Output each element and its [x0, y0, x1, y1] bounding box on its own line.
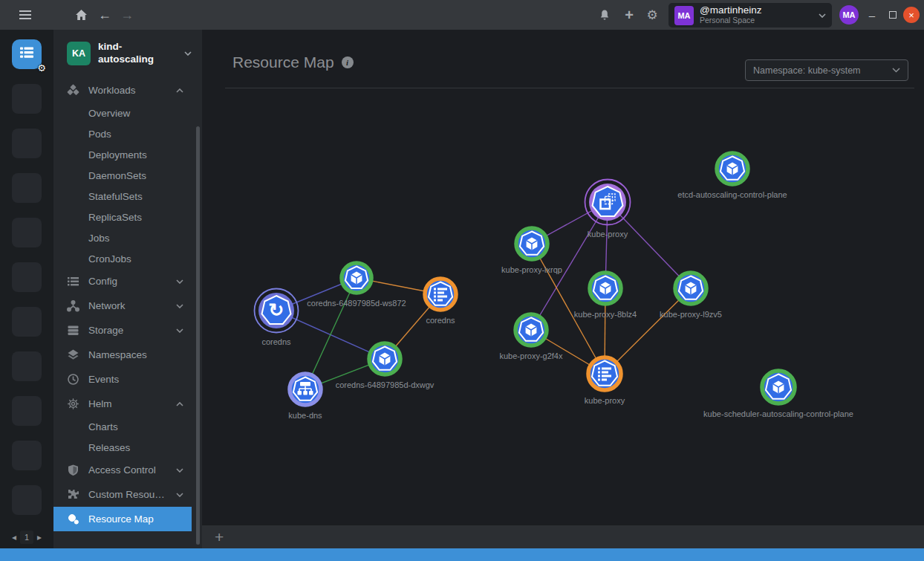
dock-add-tab-button[interactable]: + — [215, 528, 224, 546]
account-subtitle: Personal Space — [700, 16, 813, 25]
sidebar-item-custom-resou[interactable]: Custom Resou… — [53, 482, 192, 507]
map-node-kube-dns-svc[interactable] — [287, 372, 323, 410]
map-node-coredns-deploy[interactable]: ↻ — [253, 288, 299, 337]
hotbar-pager: ◂ 1 ▸ — [0, 531, 53, 544]
sidebar-item-label: Overview — [88, 108, 184, 119]
hotbar-placeholder[interactable] — [12, 441, 42, 470]
cluster-switcher[interactable]: KA kind-autoscaling — [53, 30, 202, 77]
sidebar-item-replicasets[interactable]: ReplicaSets — [53, 207, 192, 227]
catalog-settings-gear-icon[interactable]: ⚙ — [37, 62, 46, 74]
map-node-kube-proxy-pod-8blz4[interactable] — [588, 270, 623, 309]
hotbar-placeholder[interactable] — [12, 307, 42, 337]
chevron-down-icon — [819, 13, 826, 18]
map-node-label: kube-proxy-l9zv5 — [602, 310, 780, 319]
chevron-down-icon — [175, 304, 184, 308]
chevron-down-icon — [175, 328, 184, 333]
sidebar-item-namespaces[interactable]: Namespaces — [53, 343, 192, 367]
sidebar-item-workloads[interactable]: Workloads — [53, 78, 192, 103]
sidebar-item-label: Charts — [88, 421, 184, 432]
hotbar-placeholder[interactable] — [12, 129, 42, 158]
sidebar-item-label: DaemonSets — [88, 170, 184, 181]
map-node-label: kube-proxy — [515, 396, 694, 405]
chevron-down-icon — [175, 493, 184, 497]
sidebar-item-daemonsets[interactable]: DaemonSets — [53, 165, 192, 186]
sidebar-item-label: CronJobs — [88, 253, 184, 265]
storage-icon — [67, 324, 79, 337]
sidebar-item-storage[interactable]: Storage — [53, 318, 192, 343]
sidebar-item-label: Workloads — [88, 85, 166, 96]
sidebar-item-releases[interactable]: Releases — [53, 437, 192, 458]
hotbar: ⚙ ◂ 1 ▸ — [0, 30, 53, 548]
sidebar-item-label: Config — [88, 276, 166, 287]
settings-gear-icon[interactable]: ⚙ — [643, 0, 661, 30]
sidebar-item-statefulsets[interactable]: StatefulSets — [53, 186, 192, 207]
window-minimize-button[interactable]: – — [865, 0, 879, 30]
hotbar-placeholder[interactable] — [12, 218, 42, 247]
map-node-kube-proxy-pod-l9zv5[interactable] — [673, 270, 709, 309]
sidebar-item-label: Storage — [88, 325, 166, 336]
window-maximize-button[interactable] — [885, 0, 900, 30]
pager-next-icon[interactable]: ▸ — [37, 532, 42, 542]
sidebar-item-jobs[interactable]: Jobs — [53, 227, 192, 248]
sidebar-scrollbar[interactable] — [196, 126, 200, 545]
sidebar-item-resource-map[interactable]: Resource Map — [53, 507, 192, 531]
main-content: Resource Map i Namespace: kube-system ↻c… — [202, 30, 924, 525]
map-node-coredns-pod-dxwgv[interactable] — [367, 341, 403, 380]
cluster-badge: KA — [67, 42, 91, 65]
resource-map-icon — [67, 513, 79, 525]
workloads-icon — [67, 84, 79, 97]
forward-arrow-icon[interactable]: → — [119, 0, 135, 30]
sidebar-item-cronjobs[interactable]: CronJobs — [53, 248, 192, 269]
sidebar-item-label: Helm — [88, 398, 166, 409]
sidebar-item-deployments[interactable]: Deployments — [53, 144, 192, 165]
map-node-label: kube-proxy-lxrqp — [443, 265, 621, 274]
sidebar-item-label: Releases — [88, 442, 184, 453]
map-node-etcd-pod[interactable] — [715, 151, 750, 189]
catalog-icon — [19, 46, 34, 62]
sidebar-item-label: Access Control — [88, 464, 166, 476]
hotbar-item-catalog[interactable]: ⚙ — [12, 39, 42, 69]
cluster-name: kind-autoscaling — [98, 41, 177, 66]
map-node-label: etcd-autoscaling-control-plane — [643, 190, 821, 199]
pager-prev-icon[interactable]: ◂ — [12, 532, 16, 542]
sidebar-item-label: ReplicaSets — [88, 212, 184, 223]
map-node-label: coredns-64897985d-dxwgv — [296, 380, 474, 389]
hotbar-placeholder[interactable] — [12, 84, 42, 114]
map-node-kube-proxy-cm[interactable] — [586, 355, 623, 395]
chevron-up-icon — [175, 88, 184, 93]
chevron-down-icon — [175, 279, 184, 284]
map-node-coredns-cm[interactable] — [423, 276, 458, 315]
namespace-select[interactable]: Namespace: kube-system — [745, 59, 908, 81]
add-icon[interactable]: + — [621, 0, 637, 30]
pager-page-number: 1 — [20, 531, 33, 544]
sidebar-item-config[interactable]: Config — [53, 269, 192, 294]
hotbar-placeholder[interactable] — [12, 485, 42, 515]
sidebar-item-helm[interactable]: Helm — [53, 392, 192, 416]
sidebar-item-pods[interactable]: Pods — [53, 123, 192, 144]
back-arrow-icon[interactable]: ← — [97, 0, 113, 30]
account-switcher[interactable]: MA @martinheinz Personal Space — [668, 3, 832, 27]
helm-wheel-icon — [67, 398, 79, 410]
hotbar-placeholder[interactable] — [12, 173, 42, 203]
account-info: @martinheinz Personal Space — [700, 5, 813, 25]
info-icon[interactable]: i — [342, 56, 354, 68]
window-close-button[interactable]: × — [903, 7, 920, 23]
sidebar-item-network[interactable]: Network — [53, 294, 192, 318]
bell-icon[interactable] — [596, 0, 613, 30]
map-node-kube-proxy-ds[interactable] — [584, 178, 631, 229]
hotbar-placeholder[interactable] — [12, 396, 42, 426]
chevron-down-icon — [175, 468, 184, 473]
sidebar-item-charts[interactable]: Charts — [53, 416, 192, 437]
sidebar-item-events[interactable]: Events — [53, 367, 192, 392]
user-avatar[interactable]: MA — [839, 5, 859, 25]
map-node-coredns-pod-ws872[interactable] — [339, 261, 374, 298]
cluster-sidebar: KA kind-autoscaling WorkloadsOverviewPod… — [53, 30, 202, 548]
home-icon[interactable] — [73, 0, 89, 30]
menu-icon[interactable] — [18, 0, 33, 30]
network-icon — [67, 299, 79, 312]
map-node-kube-scheduler-pod[interactable] — [760, 369, 797, 409]
sidebar-item-access-control[interactable]: Access Control — [53, 458, 192, 482]
hotbar-placeholder[interactable] — [12, 351, 42, 381]
sidebar-item-overview[interactable]: Overview — [53, 103, 192, 123]
hotbar-placeholder[interactable] — [12, 262, 42, 292]
